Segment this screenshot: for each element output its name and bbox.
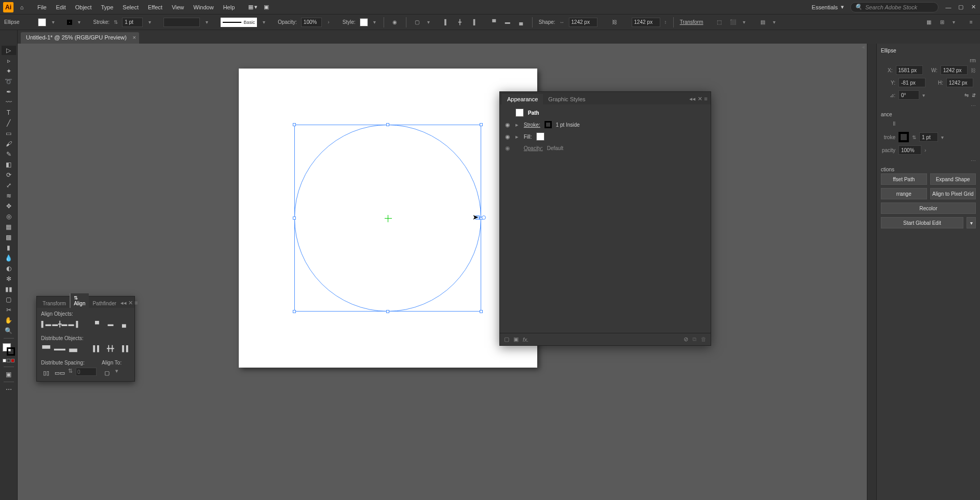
visibility-toggle-icon-2[interactable]: ◉: [505, 133, 511, 140]
dist-top-btn[interactable]: ▀▀: [41, 343, 51, 354]
fill-drop-icon[interactable]: [50, 19, 56, 25]
rotate-tool-icon[interactable]: ⟳: [2, 170, 16, 180]
align-bottom-icon[interactable]: ▄: [516, 18, 526, 27]
tab-transform[interactable]: Transform: [39, 299, 70, 308]
link-icon[interactable]: ⛓: [971, 67, 976, 73]
flip-h-icon[interactable]: ⇋: [964, 92, 969, 98]
tab-align[interactable]: ⇅ Align: [70, 293, 89, 308]
align-vcenter-btn[interactable]: ▬: [105, 319, 116, 329]
delete-icon[interactable]: 🗑: [701, 336, 706, 343]
shape-height-field[interactable]: 1242 px: [632, 18, 660, 27]
stepper-icon-2[interactable]: ⇅: [912, 134, 916, 140]
stroke-weight-field[interactable]: 1 pt: [122, 18, 143, 27]
handle-bot-mid[interactable]: [386, 310, 389, 313]
expand-icon[interactable]: [515, 121, 520, 128]
slice-tool-icon[interactable]: ✂: [2, 305, 16, 315]
arrange-icon[interactable]: ▤: [758, 18, 768, 27]
align-drop-icon[interactable]: [426, 19, 431, 25]
zoom-tool-icon[interactable]: 🔍: [2, 326, 16, 335]
variable-width-profile[interactable]: [164, 18, 200, 27]
collapse-icon[interactable]: ◂◂: [689, 96, 696, 102]
align-left-btn[interactable]: ▌▬: [41, 319, 51, 329]
minimize-icon[interactable]: —: [945, 4, 952, 11]
scale-tool-icon[interactable]: ⤢: [2, 181, 16, 190]
line-tool-icon[interactable]: ╱: [2, 118, 16, 128]
stroke-swatch[interactable]: [67, 20, 72, 25]
handle-mid-left[interactable]: [293, 217, 296, 220]
visibility-toggle-icon-3[interactable]: ◉: [505, 145, 511, 152]
type-tool-icon[interactable]: T: [2, 108, 16, 117]
dist-hcenter-btn[interactable]: ╋╋: [105, 343, 116, 354]
free-transform-icon[interactable]: ✥: [2, 201, 16, 211]
more-options-icon-2[interactable]: ⋯: [971, 158, 976, 164]
global-edit-button[interactable]: Start Global Edit: [881, 217, 963, 228]
edit-toolbar-icon[interactable]: ⋯: [2, 385, 16, 394]
perspective-grid-icon[interactable]: ▦: [2, 222, 16, 232]
workspace-switcher[interactable]: Essentials: [807, 2, 849, 12]
new-art-icon[interactable]: ▢: [504, 336, 509, 343]
crop-icon[interactable]: ⬛: [728, 18, 738, 27]
grid-icon[interactable]: ▦: [924, 18, 933, 27]
drop-icon-2[interactable]: [772, 19, 777, 25]
handle-top-left[interactable]: [293, 123, 296, 126]
menu-help[interactable]: Help: [219, 2, 239, 12]
align-vcenter-icon[interactable]: ▬: [503, 18, 512, 27]
tab-graphic-styles[interactable]: Graphic Styles: [543, 94, 591, 104]
flip-v-icon[interactable]: ⇵: [972, 92, 976, 98]
align-to-selection-icon[interactable]: ▢: [413, 18, 422, 27]
column-graph-icon[interactable]: ▮▮: [2, 285, 16, 294]
eraser-tool-icon[interactable]: ◧: [2, 160, 16, 169]
gpu-preview-icon[interactable]: ▣: [264, 4, 269, 10]
document-tab[interactable]: Untitled-1* @ 25% (RGB/GPU Preview) ×: [21, 32, 139, 44]
y-field[interactable]: [899, 78, 925, 87]
dist-left-btn[interactable]: ▌▌: [92, 343, 102, 354]
panel-menu-icon[interactable]: ≡: [967, 18, 976, 27]
tab-pathfinder[interactable]: Pathfinder: [89, 299, 120, 308]
h-field[interactable]: [946, 78, 973, 87]
dist-space-h-btn[interactable]: ▭▭: [55, 368, 65, 378]
canvas[interactable]: ◂◂ ⊞ ➤ ◂: [18, 44, 867, 500]
tab-appearance[interactable]: Appearance: [502, 94, 543, 104]
hand-tool-icon[interactable]: ✋: [2, 316, 16, 325]
align-right-btn[interactable]: ▬▐: [68, 319, 78, 329]
lasso-tool-icon[interactable]: ➰: [2, 77, 16, 86]
opacity-link[interactable]: Opacity:: [524, 145, 543, 151]
menu-object[interactable]: Object: [71, 2, 96, 12]
menu-file[interactable]: File: [33, 2, 51, 12]
align-to-btn[interactable]: ▢: [102, 368, 112, 378]
fill-swatch[interactable]: [38, 18, 46, 26]
recolor-button[interactable]: Recolor: [881, 202, 976, 214]
menu-edit[interactable]: Edit: [52, 2, 70, 12]
duplicate-icon[interactable]: ⧉: [692, 336, 697, 343]
dist-bottom-btn[interactable]: ▄▄: [68, 343, 78, 354]
collapse-right-icon[interactable]: ◂: [862, 44, 865, 50]
opacity-drop-icon[interactable]: ›: [326, 19, 331, 25]
align-top-icon[interactable]: ▀: [489, 18, 499, 27]
blend-tool-icon[interactable]: ◐: [2, 264, 16, 273]
align-top-btn[interactable]: ▀: [92, 319, 102, 329]
recolor-icon[interactable]: ◉: [390, 18, 400, 27]
stroke-drop-icon-2[interactable]: [941, 134, 944, 140]
w-field[interactable]: [941, 65, 968, 75]
snap-drop-icon[interactable]: [951, 19, 956, 25]
vwp-drop-icon[interactable]: [204, 19, 209, 25]
close-icon[interactable]: ✕: [970, 4, 977, 11]
shape-builder-icon[interactable]: ◎: [2, 212, 16, 221]
style-drop-icon[interactable]: [372, 19, 377, 25]
link-wh-icon[interactable]: ⛓: [610, 18, 619, 27]
arrange-documents-icon[interactable]: ▦: [248, 4, 253, 10]
snap-icon[interactable]: ⊞: [937, 18, 947, 27]
shaper-tool-icon[interactable]: ✎: [2, 150, 16, 159]
dist-vcenter-btn[interactable]: ▬▬: [55, 343, 65, 354]
symbol-sprayer-icon[interactable]: ✻: [2, 274, 16, 283]
align-pixel-grid-button[interactable]: Align to Pixel Grid: [930, 188, 976, 199]
align-menu-icon[interactable]: ≡: [134, 300, 138, 306]
menu-effect[interactable]: Effect: [144, 2, 167, 12]
angle-drop-icon[interactable]: [922, 92, 925, 98]
eyedropper-tool-icon[interactable]: 💧: [2, 253, 16, 263]
direct-selection-tool-icon[interactable]: ▹: [2, 56, 16, 65]
x-field[interactable]: [896, 65, 923, 75]
offset-path-button[interactable]: ffset Path: [881, 173, 927, 185]
paintbrush-tool-icon[interactable]: 🖌: [2, 139, 16, 148]
brush-definition[interactable]: Basic: [221, 18, 257, 27]
